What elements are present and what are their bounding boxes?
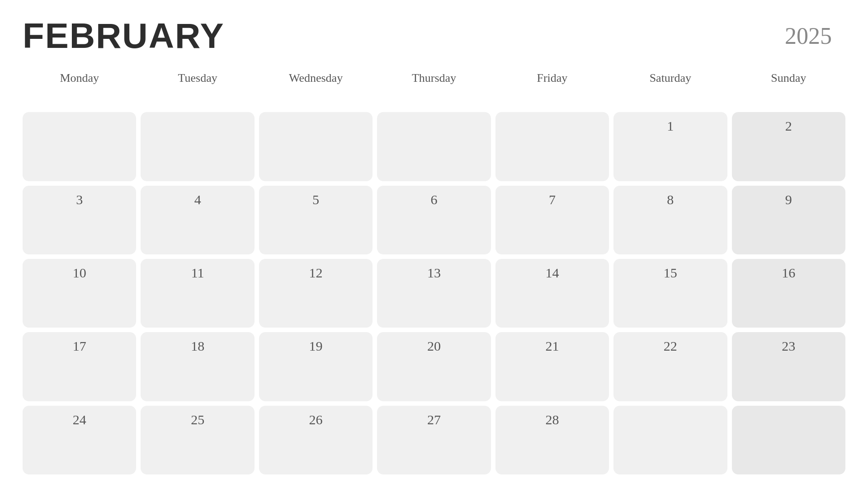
day-number: 9 bbox=[785, 192, 792, 207]
day-cell[interactable]: 7 bbox=[495, 186, 609, 254]
day-cell[interactable]: 25 bbox=[141, 406, 254, 474]
month-title: FEBRUARY bbox=[23, 18, 224, 53]
weekday-header-thu: Thursday bbox=[377, 67, 491, 108]
day-number: 24 bbox=[73, 412, 86, 427]
day-cell[interactable]: 2 bbox=[732, 112, 845, 181]
day-number: 12 bbox=[309, 265, 323, 281]
day-cell[interactable]: 27 bbox=[377, 406, 491, 474]
day-cell[interactable] bbox=[23, 112, 136, 181]
day-cell[interactable]: 18 bbox=[141, 332, 254, 401]
day-number: 19 bbox=[309, 338, 323, 354]
day-number: 22 bbox=[664, 338, 677, 354]
day-cell[interactable]: 22 bbox=[613, 332, 727, 401]
day-cell[interactable]: 21 bbox=[495, 332, 609, 401]
day-cell[interactable] bbox=[495, 112, 609, 181]
weekday-header-tue: Tuesday bbox=[141, 67, 254, 108]
day-cell[interactable]: 13 bbox=[377, 259, 491, 328]
day-number: 18 bbox=[191, 338, 204, 354]
day-number: 23 bbox=[782, 338, 795, 354]
day-number: 8 bbox=[667, 192, 674, 207]
day-cell[interactable] bbox=[377, 112, 491, 181]
day-number: 16 bbox=[782, 265, 795, 281]
day-cell[interactable]: 12 bbox=[259, 259, 373, 328]
day-cell[interactable]: 17 bbox=[23, 332, 136, 401]
day-number: 15 bbox=[664, 265, 677, 281]
day-cell[interactable]: 4 bbox=[141, 186, 254, 254]
calendar-header: FEBRUARY 2025 bbox=[23, 18, 845, 53]
day-number: 26 bbox=[309, 412, 323, 427]
day-cell[interactable]: 26 bbox=[259, 406, 373, 474]
day-number: 17 bbox=[73, 338, 86, 354]
day-cell[interactable]: 19 bbox=[259, 332, 373, 401]
day-number: 20 bbox=[427, 338, 441, 354]
day-number: 4 bbox=[194, 192, 201, 207]
day-number: 28 bbox=[545, 412, 559, 427]
day-cell[interactable] bbox=[732, 406, 845, 474]
day-number: 6 bbox=[430, 192, 437, 207]
weekday-header-sat: Saturday bbox=[613, 67, 727, 108]
day-number: 1 bbox=[667, 118, 674, 134]
day-number: 7 bbox=[549, 192, 556, 207]
day-cell[interactable]: 8 bbox=[613, 186, 727, 254]
weekday-header-mon: Monday bbox=[23, 67, 136, 108]
weekday-header-fri: Friday bbox=[495, 67, 609, 108]
day-number: 10 bbox=[73, 265, 86, 281]
day-cell[interactable]: 23 bbox=[732, 332, 845, 401]
day-cell[interactable] bbox=[259, 112, 373, 181]
calendar-page: FEBRUARY 2025 MondayTuesdayWednesdayThur… bbox=[0, 0, 868, 488]
day-number: 21 bbox=[545, 338, 559, 354]
day-cell[interactable]: 5 bbox=[259, 186, 373, 254]
day-cell[interactable] bbox=[141, 112, 254, 181]
day-cell[interactable]: 20 bbox=[377, 332, 491, 401]
day-number: 25 bbox=[191, 412, 204, 427]
year-label: 2025 bbox=[785, 23, 832, 49]
day-cell[interactable]: 10 bbox=[23, 259, 136, 328]
day-cell[interactable]: 28 bbox=[495, 406, 609, 474]
weekday-header-sun: Sunday bbox=[732, 67, 845, 108]
day-number: 27 bbox=[427, 412, 441, 427]
day-number: 14 bbox=[545, 265, 559, 281]
day-cell[interactable]: 24 bbox=[23, 406, 136, 474]
day-cell[interactable]: 14 bbox=[495, 259, 609, 328]
day-number: 13 bbox=[427, 265, 441, 281]
day-cell[interactable]: 15 bbox=[613, 259, 727, 328]
day-cell[interactable]: 1 bbox=[613, 112, 727, 181]
day-number: 2 bbox=[785, 118, 792, 134]
day-number: 5 bbox=[312, 192, 319, 207]
day-cell[interactable] bbox=[613, 406, 727, 474]
day-number: 11 bbox=[191, 265, 204, 281]
day-cell[interactable]: 3 bbox=[23, 186, 136, 254]
day-number: 3 bbox=[76, 192, 83, 207]
day-cell[interactable]: 6 bbox=[377, 186, 491, 254]
day-cell[interactable]: 16 bbox=[732, 259, 845, 328]
day-cell[interactable]: 11 bbox=[141, 259, 254, 328]
day-cell[interactable]: 9 bbox=[732, 186, 845, 254]
calendar-grid: MondayTuesdayWednesdayThursdayFridaySatu… bbox=[23, 67, 845, 474]
weekday-header-wed: Wednesday bbox=[259, 67, 373, 108]
